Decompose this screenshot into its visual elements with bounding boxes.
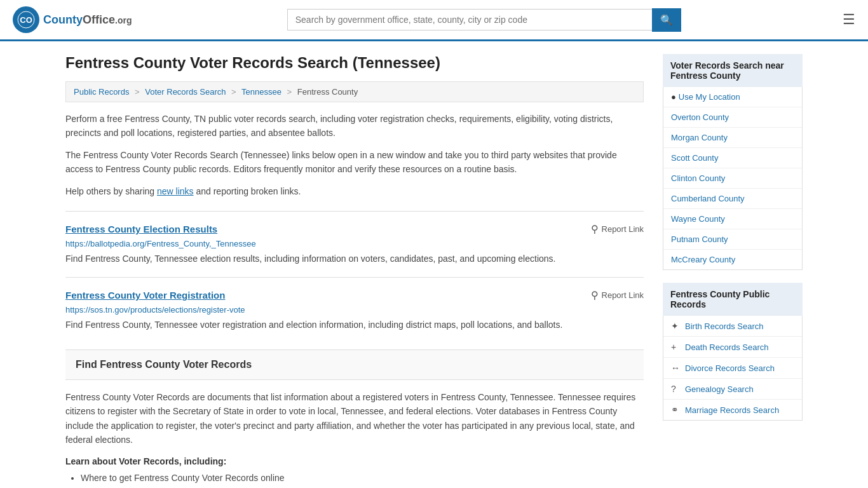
- help-text: Help others by sharing new links and rep…: [65, 184, 644, 198]
- page-title: Fentress County Voter Records Search (Te…: [65, 54, 644, 72]
- use-location-item[interactable]: ● Use My Location: [663, 87, 802, 107]
- report-icon-2: ⚲: [591, 289, 599, 301]
- public-records-list: ✦ Birth Records Search + Death Records S…: [663, 316, 803, 421]
- list-item[interactable]: Clinton County: [663, 168, 802, 189]
- logo-county: County: [43, 13, 83, 26]
- find-description: Fentress County Voter Records are docume…: [65, 390, 644, 447]
- link-card-2-header: Fentress County Voter Registration ⚲ Rep…: [65, 289, 644, 301]
- list-item[interactable]: ⚭ Marriage Records Search: [663, 400, 802, 420]
- report-link-2-label: Report Link: [602, 290, 644, 300]
- list-item[interactable]: ? Genealogy Search: [663, 379, 802, 400]
- link-card-1-desc: Find Fentress County, Tennessee election…: [65, 252, 644, 266]
- clinton-county-link[interactable]: Clinton County: [671, 173, 725, 183]
- search-area: 🔍: [287, 8, 681, 32]
- link-card-1-title[interactable]: Fentress County Election Results: [65, 224, 217, 234]
- link-card-1-url: https://ballotpedia.org/Fentress_County,…: [65, 239, 644, 248]
- use-my-location-link[interactable]: Use My Location: [679, 92, 740, 102]
- breadcrumb-tennessee[interactable]: Tennessee: [241, 87, 281, 97]
- search-button[interactable]: 🔍: [652, 8, 681, 32]
- report-link-1-label: Report Link: [602, 224, 644, 234]
- report-link-1[interactable]: ⚲ Report Link: [591, 223, 644, 235]
- breadcrumb-sep-2: >: [231, 87, 236, 97]
- logo-icon: CO: [13, 6, 39, 33]
- link-card-1: Fentress County Election Results ⚲ Repor…: [65, 211, 644, 277]
- list-item[interactable]: Wayne County: [663, 209, 802, 229]
- use-location-inner: ● Use My Location: [671, 92, 794, 102]
- svg-text:CO: CO: [20, 15, 32, 25]
- link-card-2-desc: Find Fentress County, Tennessee voter re…: [65, 318, 644, 332]
- help-text-after: and reporting broken links.: [194, 186, 301, 196]
- putnam-county-link[interactable]: Putnam County: [671, 234, 728, 244]
- birth-records-link[interactable]: Birth Records Search: [685, 322, 764, 331]
- death-records-link[interactable]: Death Records Search: [685, 342, 769, 352]
- mccreary-county-link[interactable]: McCreary County: [671, 255, 735, 264]
- search-input[interactable]: [287, 9, 652, 30]
- find-section: Find Fentress County Voter Records: [65, 349, 644, 380]
- bullet-item-1: Where to get Fentress County Voter Recor…: [81, 471, 644, 485]
- list-item[interactable]: Cumberland County: [663, 189, 802, 209]
- public-records-section-header: Fentress County Public Records: [663, 283, 803, 316]
- report-link-2[interactable]: ⚲ Report Link: [591, 289, 644, 301]
- breadcrumb: Public Records > Voter Records Search > …: [65, 81, 644, 102]
- learn-heading: Learn about Voter Records, including:: [65, 456, 644, 466]
- marriage-records-link[interactable]: Marriage Records Search: [685, 405, 779, 415]
- intro-paragraph-1: Perform a free Fentress County, TN publi…: [65, 112, 644, 140]
- list-item[interactable]: Scott County: [663, 148, 802, 168]
- breadcrumb-voter-records[interactable]: Voter Records Search: [145, 87, 226, 97]
- find-section-heading: Find Fentress County Voter Records: [76, 359, 634, 370]
- list-item[interactable]: ✦ Birth Records Search: [663, 316, 802, 337]
- list-item[interactable]: + Death Records Search: [663, 337, 802, 358]
- new-links-link[interactable]: new links: [157, 186, 194, 196]
- link-card-1-header: Fentress County Election Results ⚲ Repor…: [65, 223, 644, 235]
- logo-area: CO CountyOffice.org: [13, 6, 132, 33]
- hamburger-icon: ☰: [843, 11, 855, 27]
- divorce-records-link[interactable]: Divorce Records Search: [685, 363, 775, 373]
- logo-text: CountyOffice.org: [43, 13, 132, 27]
- public-records-section: Fentress County Public Records ✦ Birth R…: [663, 283, 803, 421]
- header: CO CountyOffice.org 🔍 ☰: [0, 0, 868, 41]
- genealogy-link[interactable]: Genealogy Search: [685, 384, 754, 394]
- content-area: Fentress County Voter Records Search (Te…: [65, 54, 644, 487]
- sidebar: Voter Records Search near Fentress Count…: [663, 54, 803, 487]
- link-card-2-url: https://sos.tn.gov/products/elections/re…: [65, 305, 644, 315]
- divorce-icon: ↔: [671, 363, 681, 373]
- location-icon: ●: [671, 92, 676, 102]
- bullet-list: Where to get Fentress County Voter Recor…: [81, 471, 644, 485]
- breadcrumb-sep-1: >: [135, 87, 140, 97]
- nearby-section: Voter Records Search near Fentress Count…: [663, 54, 803, 270]
- marriage-icon: ⚭: [671, 405, 681, 415]
- link-card-2: Fentress County Voter Registration ⚲ Rep…: [65, 277, 644, 343]
- list-item[interactable]: McCreary County: [663, 250, 802, 269]
- cumberland-county-link[interactable]: Cumberland County: [671, 194, 745, 203]
- list-item[interactable]: ↔ Divorce Records Search: [663, 358, 802, 379]
- report-icon-1: ⚲: [591, 223, 599, 235]
- main-container: Fentress County Voter Records Search (Te…: [53, 41, 815, 488]
- search-icon: 🔍: [660, 15, 673, 25]
- morgan-county-link[interactable]: Morgan County: [671, 133, 728, 142]
- overton-county-link[interactable]: Overton County: [671, 112, 729, 122]
- wayne-county-link[interactable]: Wayne County: [671, 214, 725, 224]
- logo-office: Office: [83, 13, 115, 26]
- list-item[interactable]: Overton County: [663, 107, 802, 128]
- link-card-2-title[interactable]: Fentress County Voter Registration: [65, 290, 225, 301]
- help-text-before: Help others by sharing: [65, 186, 157, 196]
- breadcrumb-current: Fentress County: [297, 87, 358, 97]
- nearby-counties-list: ● Use My Location Overton County Morgan …: [663, 87, 803, 270]
- logo-tld: .org: [115, 15, 132, 25]
- list-item[interactable]: Putnam County: [663, 229, 802, 250]
- list-item[interactable]: Morgan County: [663, 128, 802, 148]
- intro-paragraph-2: The Fentress County Voter Records Search…: [65, 148, 644, 177]
- nearby-section-header: Voter Records Search near Fentress Count…: [663, 54, 803, 87]
- death-icon: +: [671, 342, 681, 352]
- genealogy-icon: ?: [671, 384, 681, 394]
- menu-button[interactable]: ☰: [843, 11, 855, 28]
- birth-icon: ✦: [671, 321, 681, 331]
- breadcrumb-sep-3: >: [287, 87, 292, 97]
- scott-county-link[interactable]: Scott County: [671, 153, 718, 163]
- breadcrumb-public-records[interactable]: Public Records: [74, 87, 129, 97]
